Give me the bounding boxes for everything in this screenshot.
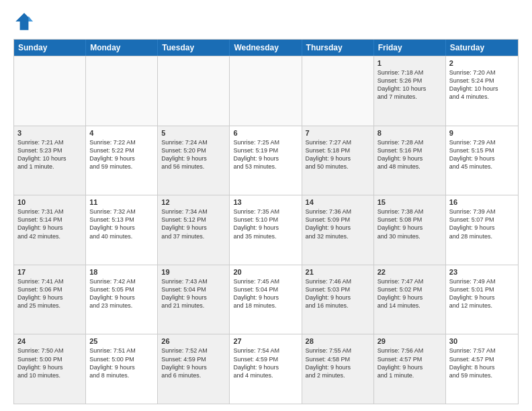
cell-text: Sunrise: 7:29 AM Sunset: 5:15 PM Dayligh…	[449, 138, 515, 171]
cell-text: Sunrise: 7:22 AM Sunset: 5:22 PM Dayligh…	[89, 138, 154, 171]
calendar-cell-2-0: 10Sunrise: 7:31 AM Sunset: 5:14 PM Dayli…	[14, 195, 86, 265]
calendar-cell-3-4: 21Sunrise: 7:46 AM Sunset: 5:03 PM Dayli…	[302, 265, 374, 334]
day-number: 5	[161, 129, 226, 137]
header-day-wednesday: Wednesday	[230, 40, 302, 56]
cell-text: Sunrise: 7:36 AM Sunset: 5:09 PM Dayligh…	[306, 208, 370, 240]
day-number: 17	[17, 268, 82, 276]
calendar-cell-1-2: 5Sunrise: 7:24 AM Sunset: 5:20 PM Daylig…	[158, 126, 230, 195]
day-number: 28	[306, 337, 370, 345]
calendar-cell-1-6: 9Sunrise: 7:29 AM Sunset: 5:15 PM Daylig…	[446, 126, 518, 195]
calendar-cell-1-4: 7Sunrise: 7:27 AM Sunset: 5:18 PM Daylig…	[302, 126, 374, 195]
calendar-cell-1-1: 4Sunrise: 7:22 AM Sunset: 5:22 PM Daylig…	[86, 126, 158, 195]
day-number: 19	[161, 268, 226, 276]
cell-text: Sunrise: 7:50 AM Sunset: 5:00 PM Dayligh…	[17, 347, 82, 379]
cell-text: Sunrise: 7:57 AM Sunset: 4:57 PM Dayligh…	[449, 347, 515, 379]
cell-text: Sunrise: 7:24 AM Sunset: 5:20 PM Dayligh…	[161, 138, 226, 171]
calendar-cell-2-3: 13Sunrise: 7:35 AM Sunset: 5:10 PM Dayli…	[230, 195, 302, 265]
header-day-friday: Friday	[374, 40, 446, 56]
day-number: 23	[449, 268, 515, 276]
day-number: 21	[306, 268, 370, 276]
day-number: 27	[233, 337, 298, 345]
calendar-cell-0-0	[14, 56, 86, 126]
logo-icon	[13, 11, 35, 32]
day-number: 30	[449, 337, 515, 345]
cell-text: Sunrise: 7:47 AM Sunset: 5:02 PM Dayligh…	[378, 277, 442, 310]
calendar-cell-4-4: 28Sunrise: 7:55 AM Sunset: 4:58 PM Dayli…	[302, 334, 374, 404]
calendar-cell-3-1: 18Sunrise: 7:42 AM Sunset: 5:05 PM Dayli…	[86, 265, 158, 334]
calendar-cell-0-1	[86, 56, 158, 126]
cell-text: Sunrise: 7:32 AM Sunset: 5:13 PM Dayligh…	[89, 208, 154, 240]
cell-text: Sunrise: 7:27 AM Sunset: 5:18 PM Dayligh…	[306, 138, 370, 171]
logo	[13, 11, 38, 32]
cell-text: Sunrise: 7:35 AM Sunset: 5:10 PM Dayligh…	[233, 208, 298, 240]
cell-text: Sunrise: 7:31 AM Sunset: 5:14 PM Dayligh…	[17, 208, 82, 240]
calendar-cell-3-3: 20Sunrise: 7:45 AM Sunset: 5:04 PM Dayli…	[230, 265, 302, 334]
day-number: 8	[378, 129, 442, 137]
calendar-cell-4-6: 30Sunrise: 7:57 AM Sunset: 4:57 PM Dayli…	[446, 334, 518, 404]
cell-text: Sunrise: 7:56 AM Sunset: 4:57 PM Dayligh…	[378, 347, 442, 379]
calendar-row-1: 3Sunrise: 7:21 AM Sunset: 5:23 PM Daylig…	[14, 126, 518, 195]
cell-text: Sunrise: 7:46 AM Sunset: 5:03 PM Dayligh…	[306, 277, 370, 310]
day-number: 1	[378, 59, 442, 67]
header-day-thursday: Thursday	[302, 40, 374, 56]
calendar-cell-1-0: 3Sunrise: 7:21 AM Sunset: 5:23 PM Daylig…	[14, 126, 86, 195]
day-number: 13	[233, 198, 298, 206]
calendar-cell-0-3	[230, 56, 302, 126]
calendar-row-2: 10Sunrise: 7:31 AM Sunset: 5:14 PM Dayli…	[14, 195, 518, 265]
day-number: 22	[378, 268, 442, 276]
day-number: 3	[17, 129, 82, 137]
calendar-cell-3-0: 17Sunrise: 7:41 AM Sunset: 5:06 PM Dayli…	[14, 265, 86, 334]
cell-text: Sunrise: 7:21 AM Sunset: 5:23 PM Dayligh…	[17, 138, 82, 171]
calendar-cell-2-2: 12Sunrise: 7:34 AM Sunset: 5:12 PM Dayli…	[158, 195, 230, 265]
cell-text: Sunrise: 7:34 AM Sunset: 5:12 PM Dayligh…	[161, 208, 226, 240]
calendar-cell-0-2	[158, 56, 230, 126]
calendar-cell-4-1: 25Sunrise: 7:51 AM Sunset: 5:00 PM Dayli…	[86, 334, 158, 404]
calendar-cell-2-6: 16Sunrise: 7:39 AM Sunset: 5:07 PM Dayli…	[446, 195, 518, 265]
cell-text: Sunrise: 7:25 AM Sunset: 5:19 PM Dayligh…	[233, 138, 298, 171]
calendar-row-4: 24Sunrise: 7:50 AM Sunset: 5:00 PM Dayli…	[14, 334, 518, 404]
header-day-saturday: Saturday	[446, 40, 518, 56]
calendar-cell-4-2: 26Sunrise: 7:52 AM Sunset: 4:59 PM Dayli…	[158, 334, 230, 404]
day-number: 10	[17, 198, 82, 206]
day-number: 12	[161, 198, 226, 206]
day-number: 25	[89, 337, 154, 345]
cell-text: Sunrise: 7:52 AM Sunset: 4:59 PM Dayligh…	[161, 347, 226, 379]
page-header	[13, 11, 519, 32]
cell-text: Sunrise: 7:43 AM Sunset: 5:04 PM Dayligh…	[161, 277, 226, 310]
day-number: 16	[449, 198, 515, 206]
calendar-row-0: 1Sunrise: 7:18 AM Sunset: 5:26 PM Daylig…	[14, 56, 518, 126]
calendar-cell-3-2: 19Sunrise: 7:43 AM Sunset: 5:04 PM Dayli…	[158, 265, 230, 334]
header-day-monday: Monday	[86, 40, 158, 56]
svg-marker-1	[28, 16, 32, 21]
calendar-cell-1-3: 6Sunrise: 7:25 AM Sunset: 5:19 PM Daylig…	[230, 126, 302, 195]
cell-text: Sunrise: 7:51 AM Sunset: 5:00 PM Dayligh…	[89, 347, 154, 379]
cell-text: Sunrise: 7:28 AM Sunset: 5:16 PM Dayligh…	[378, 138, 442, 171]
calendar-cell-3-6: 23Sunrise: 7:49 AM Sunset: 5:01 PM Dayli…	[446, 265, 518, 334]
day-number: 20	[233, 268, 298, 276]
day-number: 9	[449, 129, 515, 137]
calendar-cell-4-0: 24Sunrise: 7:50 AM Sunset: 5:00 PM Dayli…	[14, 334, 86, 404]
header-day-sunday: Sunday	[14, 40, 86, 56]
cell-text: Sunrise: 7:42 AM Sunset: 5:05 PM Dayligh…	[89, 277, 154, 310]
calendar-cell-2-1: 11Sunrise: 7:32 AM Sunset: 5:13 PM Dayli…	[86, 195, 158, 265]
calendar-cell-0-5: 1Sunrise: 7:18 AM Sunset: 5:26 PM Daylig…	[374, 56, 446, 126]
day-number: 11	[89, 198, 154, 206]
cell-text: Sunrise: 7:49 AM Sunset: 5:01 PM Dayligh…	[449, 277, 515, 310]
day-number: 6	[233, 129, 298, 137]
cell-text: Sunrise: 7:55 AM Sunset: 4:58 PM Dayligh…	[306, 347, 370, 379]
calendar-cell-2-5: 15Sunrise: 7:38 AM Sunset: 5:08 PM Dayli…	[374, 195, 446, 265]
day-number: 26	[161, 337, 226, 345]
calendar: SundayMondayTuesdayWednesdayThursdayFrid…	[13, 39, 519, 404]
calendar-body: 1Sunrise: 7:18 AM Sunset: 5:26 PM Daylig…	[14, 56, 518, 404]
day-number: 18	[89, 268, 154, 276]
cell-text: Sunrise: 7:20 AM Sunset: 5:24 PM Dayligh…	[449, 68, 515, 101]
day-number: 14	[306, 198, 370, 206]
day-number: 2	[449, 59, 515, 67]
calendar-row-3: 17Sunrise: 7:41 AM Sunset: 5:06 PM Dayli…	[14, 265, 518, 334]
calendar-cell-4-3: 27Sunrise: 7:54 AM Sunset: 4:59 PM Dayli…	[230, 334, 302, 404]
page-container: SundayMondayTuesdayWednesdayThursdayFrid…	[0, 0, 532, 411]
day-number: 7	[306, 129, 370, 137]
header-day-tuesday: Tuesday	[158, 40, 230, 56]
cell-text: Sunrise: 7:41 AM Sunset: 5:06 PM Dayligh…	[17, 277, 82, 310]
cell-text: Sunrise: 7:38 AM Sunset: 5:08 PM Dayligh…	[378, 208, 442, 240]
